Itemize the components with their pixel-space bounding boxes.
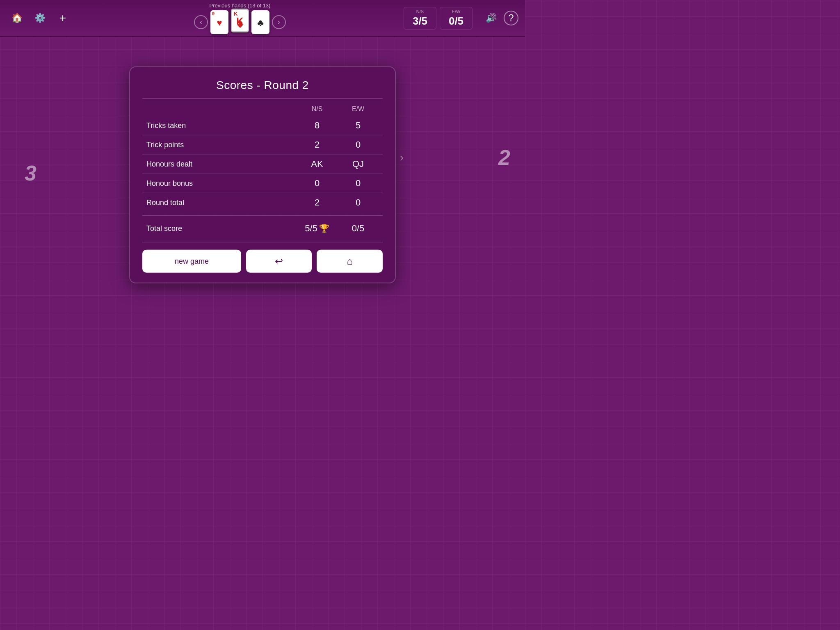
- ew-score-label: E/W: [452, 9, 461, 14]
- row-label-2: Honours dealt: [146, 160, 297, 168]
- scores-modal: Scores - Round 2 N/S E/W Tricks taken 8 …: [129, 66, 396, 283]
- prev-hands-label: Previous hands (13 of 13): [210, 2, 271, 9]
- row-val-ew-2: QJ: [338, 159, 379, 169]
- total-val-ns: 5/5 🏆: [297, 223, 338, 234]
- action-buttons: new game ↩ ⌂: [142, 250, 383, 273]
- card-heart-9[interactable]: 9 ♥: [210, 10, 228, 34]
- home-icon[interactable]: 🏠: [8, 9, 25, 27]
- row-val-ew-4: 0: [338, 197, 379, 208]
- top-right-icons: 🔊 ?: [476, 9, 525, 27]
- add-icon[interactable]: +: [54, 9, 71, 27]
- nav-next-button[interactable]: ›: [272, 15, 286, 29]
- settings-icon[interactable]: ⚙️: [31, 9, 48, 27]
- score-row: Tricks taken 8 5: [142, 116, 383, 135]
- ew-score-value: 0/5: [449, 15, 463, 27]
- col-ew-header: E/W: [338, 105, 379, 113]
- row-val-ns-2: AK: [297, 159, 338, 169]
- top-right-scores: N/S 3/5 E/W 0/5: [400, 7, 476, 30]
- row-val-ns-3: 0: [297, 178, 338, 189]
- ns-score-box: N/S 3/5: [404, 7, 436, 30]
- help-icon[interactable]: ?: [504, 11, 518, 25]
- row-label-1: Trick points: [146, 140, 297, 149]
- trophy-icon: 🏆: [319, 224, 329, 233]
- row-val-ns-4: 2: [297, 197, 338, 208]
- bottom-divider: [142, 242, 383, 242]
- total-val-ew: 0/5: [338, 223, 379, 234]
- row-label-0: Tricks taken: [146, 121, 297, 130]
- card-king-diamond[interactable]: K ◆ K ◆: [231, 9, 249, 32]
- new-game-button[interactable]: new game: [142, 250, 241, 273]
- back-button[interactable]: ↩: [246, 250, 312, 273]
- top-left-icons: 🏠 ⚙️ +: [0, 9, 80, 27]
- row-val-ew-3: 0: [338, 178, 379, 189]
- ns-score-value: 3/5: [413, 15, 427, 27]
- row-val-ns-0: 8: [297, 120, 338, 131]
- col-ns-header: N/S: [297, 105, 338, 113]
- scores-table: N/S E/W Tricks taken 8 5 Trick points 2 …: [142, 105, 383, 236]
- cards-row: ‹ 9 ♥ K ◆ K ◆ ♣ ›: [194, 10, 286, 34]
- score-row: Honours dealt AK QJ: [142, 154, 383, 173]
- back-icon: ↩: [275, 256, 283, 267]
- total-row: Total score 5/5 🏆 0/5: [142, 219, 383, 236]
- side-number-right: 2: [498, 145, 510, 170]
- sound-icon[interactable]: 🔊: [482, 9, 500, 27]
- side-number-left: 3: [25, 161, 37, 185]
- nav-prev-button[interactable]: ‹: [194, 15, 208, 29]
- score-row: Trick points 2 0: [142, 135, 383, 154]
- modal-title: Scores - Round 2: [142, 79, 383, 92]
- score-row: Honour bonus 0 0: [142, 173, 383, 193]
- top-bar: 🏠 ⚙️ + Previous hands (13 of 13) ‹ 9 ♥ K…: [0, 0, 525, 37]
- total-divider: [142, 215, 383, 216]
- row-val-ns-1: 2: [297, 139, 338, 150]
- top-center: Previous hands (13 of 13) ‹ 9 ♥ K ◆ K ◆ …: [80, 2, 400, 34]
- modal-title-divider: [142, 98, 383, 99]
- row-label-4: Round total: [146, 198, 297, 207]
- ew-score-box: E/W 0/5: [440, 7, 472, 30]
- score-row: Round total 2 0: [142, 193, 383, 212]
- row-label-3: Honour bonus: [146, 179, 297, 187]
- card-club[interactable]: ♣: [251, 10, 269, 34]
- row-val-ew-0: 5: [338, 120, 379, 131]
- home-btn-icon: ⌂: [347, 256, 353, 267]
- chevron-right-icon[interactable]: ›: [400, 151, 404, 164]
- home-button[interactable]: ⌂: [317, 250, 383, 273]
- total-ns-value: 5/5: [305, 223, 317, 234]
- row-val-ew-1: 0: [338, 139, 379, 150]
- scores-header-row: N/S E/W: [142, 105, 383, 113]
- ns-score-label: N/S: [416, 9, 424, 14]
- score-rows-container: Tricks taken 8 5 Trick points 2 0 Honour…: [142, 116, 383, 212]
- total-label: Total score: [146, 224, 297, 233]
